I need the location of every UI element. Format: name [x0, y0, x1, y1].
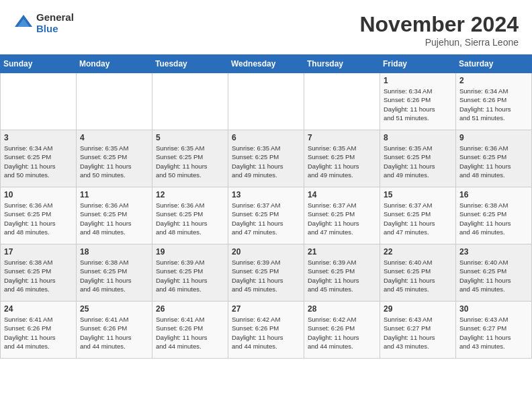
day-info: Sunrise: 6:37 AMSunset: 6:25 PMDaylight:…	[308, 201, 376, 236]
calendar-day-18: 18Sunrise: 6:38 AMSunset: 6:25 PMDayligh…	[77, 244, 152, 302]
day-number: 20	[232, 247, 300, 257]
day-number: 16	[459, 190, 528, 199]
calendar-day-26: 26Sunrise: 6:41 AMSunset: 6:26 PMDayligh…	[152, 302, 228, 359]
calendar-day-22: 22Sunrise: 6:40 AMSunset: 6:25 PMDayligh…	[380, 244, 456, 302]
day-number: 18	[80, 247, 148, 257]
day-number: 24	[4, 304, 73, 314]
calendar-day-16: 16Sunrise: 6:38 AMSunset: 6:25 PMDayligh…	[456, 187, 532, 244]
calendar-week-4: 17Sunrise: 6:38 AMSunset: 6:25 PMDayligh…	[1, 244, 532, 302]
day-number: 5	[156, 133, 224, 142]
calendar-day-7: 7Sunrise: 6:35 AMSunset: 6:25 PMDaylight…	[304, 130, 380, 187]
day-info: Sunrise: 6:34 AMSunset: 6:26 PMDaylight:…	[459, 87, 528, 122]
day-info: Sunrise: 6:42 AMSunset: 6:26 PMDaylight:…	[308, 315, 376, 351]
day-info: Sunrise: 6:40 AMSunset: 6:25 PMDaylight:…	[459, 258, 528, 293]
calendar-body: 1Sunrise: 6:34 AMSunset: 6:26 PMDaylight…	[1, 73, 532, 359]
day-number: 9	[459, 133, 528, 142]
page-header: General Blue November 2024 Pujehun, Sier…	[0, 0, 532, 54]
day-number: 14	[308, 190, 376, 199]
day-number: 12	[156, 190, 224, 199]
day-number: 8	[384, 133, 452, 142]
day-number: 4	[80, 133, 148, 142]
day-number: 30	[459, 304, 528, 314]
location: Pujehun, Sierra Leone	[359, 37, 519, 48]
calendar-day-2: 2Sunrise: 6:34 AMSunset: 6:26 PMDaylight…	[456, 73, 532, 130]
day-number: 26	[156, 304, 224, 314]
calendar-day-3: 3Sunrise: 6:34 AMSunset: 6:25 PMDaylight…	[1, 130, 77, 187]
day-info: Sunrise: 6:36 AMSunset: 6:25 PMDaylight:…	[80, 201, 148, 236]
day-number: 3	[4, 133, 73, 142]
day-info: Sunrise: 6:39 AMSunset: 6:25 PMDaylight:…	[232, 258, 300, 293]
calendar-day-10: 10Sunrise: 6:36 AMSunset: 6:25 PMDayligh…	[1, 187, 77, 244]
day-number: 10	[4, 190, 73, 199]
calendar-day-30: 30Sunrise: 6:43 AMSunset: 6:27 PMDayligh…	[456, 302, 532, 359]
calendar-week-3: 10Sunrise: 6:36 AMSunset: 6:25 PMDayligh…	[1, 187, 532, 244]
calendar-table: SundayMondayTuesdayWednesdayThursdayFrid…	[0, 54, 532, 359]
calendar-day-11: 11Sunrise: 6:36 AMSunset: 6:25 PMDayligh…	[77, 187, 152, 244]
day-info: Sunrise: 6:40 AMSunset: 6:25 PMDaylight:…	[384, 258, 452, 293]
calendar-day-9: 9Sunrise: 6:36 AMSunset: 6:25 PMDaylight…	[456, 130, 532, 187]
day-number: 15	[384, 190, 452, 199]
day-info: Sunrise: 6:38 AMSunset: 6:25 PMDaylight:…	[4, 258, 73, 293]
calendar-day-1: 1Sunrise: 6:34 AMSunset: 6:26 PMDaylight…	[380, 73, 456, 130]
day-info: Sunrise: 6:37 AMSunset: 6:25 PMDaylight:…	[232, 201, 300, 236]
day-number: 6	[232, 133, 300, 142]
day-info: Sunrise: 6:39 AMSunset: 6:25 PMDaylight:…	[156, 258, 224, 293]
day-info: Sunrise: 6:35 AMSunset: 6:25 PMDaylight:…	[80, 144, 148, 179]
day-info: Sunrise: 6:37 AMSunset: 6:25 PMDaylight:…	[384, 201, 452, 236]
calendar-week-1: 1Sunrise: 6:34 AMSunset: 6:26 PMDaylight…	[1, 73, 532, 130]
header-day-saturday: Saturday	[456, 55, 532, 73]
day-info: Sunrise: 6:43 AMSunset: 6:27 PMDaylight:…	[459, 315, 528, 351]
day-info: Sunrise: 6:41 AMSunset: 6:26 PMDaylight:…	[80, 315, 148, 351]
day-number: 11	[80, 190, 148, 199]
calendar-day-5: 5Sunrise: 6:35 AMSunset: 6:25 PMDaylight…	[152, 130, 228, 187]
day-info: Sunrise: 6:36 AMSunset: 6:25 PMDaylight:…	[4, 201, 73, 236]
day-number: 25	[80, 304, 148, 314]
calendar-day-14: 14Sunrise: 6:37 AMSunset: 6:25 PMDayligh…	[304, 187, 380, 244]
header-day-friday: Friday	[380, 55, 456, 73]
day-info: Sunrise: 6:42 AMSunset: 6:26 PMDaylight:…	[232, 315, 300, 351]
logo-icon	[13, 13, 34, 34]
day-info: Sunrise: 6:41 AMSunset: 6:26 PMDaylight:…	[4, 315, 73, 351]
logo-general-text: General	[36, 12, 74, 24]
day-info: Sunrise: 6:35 AMSunset: 6:25 PMDaylight:…	[156, 144, 224, 179]
calendar-day-6: 6Sunrise: 6:35 AMSunset: 6:25 PMDaylight…	[228, 130, 304, 187]
logo-blue-text: Blue	[36, 24, 74, 35]
day-info: Sunrise: 6:35 AMSunset: 6:25 PMDaylight:…	[308, 144, 376, 179]
day-number: 21	[308, 247, 376, 257]
day-info: Sunrise: 6:36 AMSunset: 6:25 PMDaylight:…	[156, 201, 224, 236]
day-info: Sunrise: 6:34 AMSunset: 6:26 PMDaylight:…	[384, 87, 452, 122]
empty-cell	[304, 73, 380, 130]
day-number: 17	[4, 247, 73, 257]
empty-cell	[228, 73, 304, 130]
logo: General Blue	[13, 12, 74, 34]
day-number: 28	[308, 304, 376, 314]
header-day-sunday: Sunday	[1, 55, 77, 73]
month-title: November 2024	[359, 12, 519, 37]
calendar-week-2: 3Sunrise: 6:34 AMSunset: 6:25 PMDaylight…	[1, 130, 532, 187]
title-block: November 2024 Pujehun, Sierra Leone	[359, 12, 519, 48]
day-number: 13	[232, 190, 300, 199]
calendar-day-12: 12Sunrise: 6:36 AMSunset: 6:25 PMDayligh…	[152, 187, 228, 244]
calendar-day-27: 27Sunrise: 6:42 AMSunset: 6:26 PMDayligh…	[228, 302, 304, 359]
header-day-monday: Monday	[77, 55, 152, 73]
calendar-day-17: 17Sunrise: 6:38 AMSunset: 6:25 PMDayligh…	[1, 244, 77, 302]
empty-cell	[1, 73, 77, 130]
day-info: Sunrise: 6:38 AMSunset: 6:25 PMDaylight:…	[459, 201, 528, 236]
day-info: Sunrise: 6:36 AMSunset: 6:25 PMDaylight:…	[459, 144, 528, 179]
calendar-header: SundayMondayTuesdayWednesdayThursdayFrid…	[1, 55, 532, 73]
day-info: Sunrise: 6:34 AMSunset: 6:25 PMDaylight:…	[4, 144, 73, 179]
header-row: SundayMondayTuesdayWednesdayThursdayFrid…	[1, 55, 532, 73]
calendar-day-25: 25Sunrise: 6:41 AMSunset: 6:26 PMDayligh…	[77, 302, 152, 359]
header-day-tuesday: Tuesday	[152, 55, 228, 73]
day-info: Sunrise: 6:35 AMSunset: 6:25 PMDaylight:…	[384, 144, 452, 179]
day-number: 19	[156, 247, 224, 257]
day-info: Sunrise: 6:39 AMSunset: 6:25 PMDaylight:…	[308, 258, 376, 293]
day-info: Sunrise: 6:35 AMSunset: 6:25 PMDaylight:…	[232, 144, 300, 179]
calendar-day-29: 29Sunrise: 6:43 AMSunset: 6:27 PMDayligh…	[380, 302, 456, 359]
calendar-day-15: 15Sunrise: 6:37 AMSunset: 6:25 PMDayligh…	[380, 187, 456, 244]
calendar-day-8: 8Sunrise: 6:35 AMSunset: 6:25 PMDaylight…	[380, 130, 456, 187]
calendar-day-24: 24Sunrise: 6:41 AMSunset: 6:26 PMDayligh…	[1, 302, 77, 359]
calendar-day-20: 20Sunrise: 6:39 AMSunset: 6:25 PMDayligh…	[228, 244, 304, 302]
calendar-day-19: 19Sunrise: 6:39 AMSunset: 6:25 PMDayligh…	[152, 244, 228, 302]
day-number: 23	[459, 247, 528, 257]
